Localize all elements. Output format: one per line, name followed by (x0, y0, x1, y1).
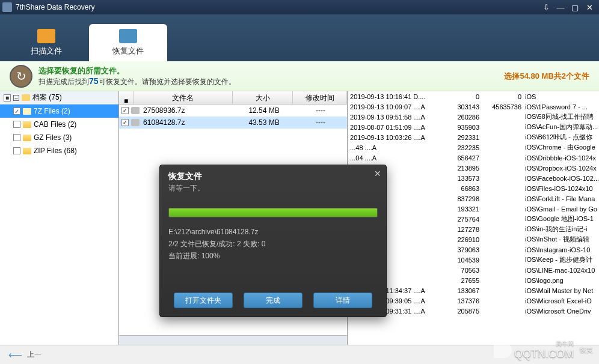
watermark: 腾牛网 QQTN.COM 恢复 (494, 339, 593, 360)
recover-dialog: ✕ 恢复文件 请等一下。 E:\212\archive\61084128.7z … (159, 165, 387, 317)
tree-item[interactable]: ZIP Files (68) (0, 144, 118, 157)
close-icon[interactable]: ✕ (582, 3, 597, 12)
dialog-title: 恢复文件 (160, 165, 386, 183)
checkbox-icon[interactable] (13, 147, 20, 154)
tree-item[interactable]: ✓7Z Files (2) (0, 105, 118, 118)
title-bar: 7thShare Data Recovery ⇩ — ▢ ✕ (0, 0, 599, 14)
back-arrow-icon: ⟵ (8, 349, 22, 360)
header-name[interactable]: 文件名 (134, 91, 233, 104)
file-date: ---- (296, 118, 345, 127)
detail-row: 2019-09-13 10:16:41 D....00iOS (348, 91, 599, 102)
dialog-buttons: 打开文件夹 完成 详情 (160, 293, 386, 308)
archive-icon (23, 121, 31, 128)
open-folder-button[interactable]: 打开文件夹 (174, 293, 233, 308)
tree-item-label: GZ Files (3) (34, 133, 72, 142)
checkbox-icon[interactable]: ✓ (121, 107, 129, 114)
file-size: 12.54 MB (234, 106, 294, 115)
dialog-info: E:\212\archive\61084128.7z 2/2 文件已恢复/成功:… (160, 223, 386, 264)
horizontal-scrollbar[interactable] (119, 335, 347, 345)
checkbox-icon[interactable] (13, 121, 20, 128)
dialog-subtitle: 请等一下。 (160, 183, 386, 199)
back-button[interactable]: ⟵ 上一 (8, 349, 41, 360)
file-name: 27508936.7z (142, 106, 232, 115)
tab-scan-label: 扫描文件 (31, 46, 62, 56)
progress-bar (168, 208, 378, 217)
back-label: 上一 (27, 350, 41, 360)
category-tree: ■ – 档案 (75) ✓7Z Files (2)CAB Files (2)GZ… (0, 91, 119, 345)
tab-scan[interactable]: 扫描文件 (7, 24, 85, 61)
toolbar: 扫描文件 恢复文件 (0, 14, 599, 61)
scan-complete-icon (10, 65, 32, 88)
detail-row: 2019-09-13 09:51:58 ....A260286iOS\58同城-… (348, 112, 599, 122)
info-message: 选择要恢复的所需文件。 扫描完成后找到75可恢复文件。请预览并选择要恢复的文件。 (38, 65, 236, 87)
minimize-icon[interactable]: — (553, 3, 568, 12)
progress-fill (169, 208, 377, 217)
archive-icon (23, 148, 31, 154)
info-bar: 选择要恢复的所需文件。 扫描完成后找到75可恢复文件。请预览并选择要恢复的文件。… (0, 61, 599, 91)
file-row[interactable]: ✓27508936.7z12.54 MB---- (119, 105, 347, 117)
header-date[interactable]: 修改时间 (293, 91, 347, 104)
tree-root-label: 档案 (75) (32, 93, 62, 103)
folder-icon (22, 94, 30, 101)
app-title: 7thShare Data Recovery (16, 3, 94, 11)
tree-item-label: CAB Files (2) (34, 120, 76, 129)
window-controls: ⇩ — ▢ ✕ (539, 3, 597, 12)
tree-item-label: 7Z Files (2) (34, 107, 70, 115)
archive-icon (23, 108, 31, 115)
app-icon (2, 2, 12, 12)
file-header: ■ 文件名 大小 修改时间 (119, 91, 347, 105)
checkbox-icon[interactable]: ✓ (121, 119, 129, 126)
file-row[interactable]: ✓61084128.7z43.53 MB---- (119, 117, 347, 129)
info-line1: 选择要恢复的所需文件。 (38, 65, 236, 76)
dialog-status: 2/2 文件已恢复/成功: 2 失败: 0 (168, 238, 378, 250)
dialog-close-icon[interactable]: ✕ (374, 169, 381, 178)
info-line2: 扫描完成后找到75可恢复文件。请预览并选择要恢复的文件。 (38, 76, 236, 87)
detail-row: ...48 ....A232235iOS\Chrome - 由Google (348, 142, 599, 153)
detail-button[interactable]: 详情 (313, 293, 372, 308)
folder-scan-icon (37, 29, 55, 43)
collapse-icon[interactable]: – (13, 95, 19, 101)
disk-icon (131, 107, 140, 114)
tree-item-label: ZIP Files (68) (34, 147, 77, 155)
detail-row: 2019-08-07 01:51:09 ....A935903iOS\AcFun… (348, 122, 599, 132)
tree-item[interactable]: CAB Files (2) (0, 118, 118, 131)
checkbox-icon[interactable]: ■ (4, 94, 11, 102)
download-icon[interactable]: ⇩ (539, 3, 553, 12)
tree-item[interactable]: GZ Files (3) (0, 131, 118, 144)
tab-recover[interactable]: 恢复文件 (89, 24, 167, 61)
detail-row: 2019-09-13 10:03:26 ....A292331iOS\B612咔… (348, 132, 599, 142)
file-size: 43.53 MB (234, 118, 294, 127)
tree-root[interactable]: ■ – 档案 (75) (0, 91, 118, 105)
dialog-path: E:\212\archive\61084128.7z (168, 226, 378, 238)
maximize-icon[interactable]: ▢ (568, 3, 582, 12)
selection-summary: 选择54.80 MB共2个文件 (504, 71, 589, 82)
file-name: 61084128.7z (142, 118, 232, 127)
archive-icon (23, 135, 31, 141)
checkbox-icon[interactable]: ✓ (13, 108, 20, 115)
header-checkbox[interactable]: ■ (119, 91, 134, 104)
file-date: ---- (296, 106, 345, 115)
header-size[interactable]: 大小 (233, 91, 293, 104)
tab-recover-label: 恢复文件 (112, 46, 144, 56)
dialog-progress-label: 当前进展: 100% (168, 250, 378, 262)
detail-row: 2019-09-13 10:09:07 ....A30314345635736i… (348, 102, 599, 112)
detail-row: ...04 ....A656427iOS\Dribbble-iOS-1024x (348, 153, 599, 163)
disk-icon (131, 119, 140, 126)
done-button[interactable]: 完成 (244, 293, 303, 308)
checkbox-icon[interactable] (13, 134, 20, 141)
folder-recover-icon (119, 29, 137, 43)
watermark-logo-icon (494, 342, 512, 358)
